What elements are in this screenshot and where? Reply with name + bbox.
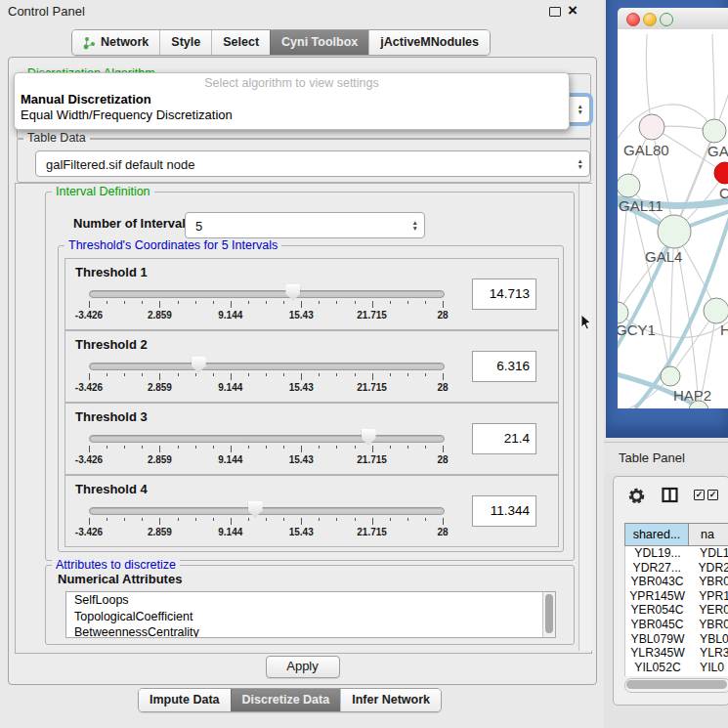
network-node-label: GA bbox=[707, 143, 728, 159]
attribute-item[interactable]: SelfLoops bbox=[66, 592, 555, 609]
network-canvas[interactable]: GAL80GACGAL11GAL4GCY1HHAP2 bbox=[618, 29, 728, 408]
threshold-slider-track[interactable] bbox=[89, 290, 445, 298]
table-row[interactable]: YPR145WYPR1 bbox=[625, 589, 728, 604]
threshold-slider-thumb[interactable] bbox=[362, 429, 376, 446]
dropdown-option-equal-width[interactable]: Equal Width/Frequency Discretization bbox=[15, 107, 569, 123]
tab-network[interactable]: Network bbox=[72, 30, 159, 55]
float-window-icon[interactable] bbox=[549, 7, 561, 17]
network-node-GAL4[interactable] bbox=[658, 215, 691, 248]
slider-tick bbox=[142, 518, 143, 521]
slider-tick-label: 2.859 bbox=[148, 454, 172, 465]
table-data-title: Table Data bbox=[23, 131, 90, 145]
apply-button[interactable]: Apply bbox=[266, 656, 340, 678]
table-hscrollbar-thumb[interactable] bbox=[626, 680, 727, 689]
column-header-shared[interactable]: shared... bbox=[624, 523, 689, 546]
slider-tick bbox=[443, 518, 444, 525]
settings-scrollpane: Interval Definition Number of Intervals … bbox=[15, 183, 592, 654]
slider-tick bbox=[248, 446, 249, 449]
algorithm-dropdown-popup: Select algorithm to view settings Manual… bbox=[14, 72, 570, 130]
dropdown-option-manual[interactable]: Manual Discretization bbox=[15, 92, 569, 107]
thresholds-title: Threshold's Coordinates for 5 Intervals bbox=[64, 238, 281, 252]
attribute-item[interactable]: TopologicalCoefficient bbox=[66, 609, 555, 625]
top-tab-bar: Network Style Select Cyni Toolbox jActiv… bbox=[71, 29, 491, 56]
slider-tick bbox=[319, 518, 320, 521]
threshold-slider-track[interactable] bbox=[89, 507, 445, 515]
table-row[interactable]: YBL079WYBL0 bbox=[625, 632, 728, 647]
settings-scrollbar[interactable] bbox=[578, 184, 592, 651]
slider-tick bbox=[390, 518, 391, 521]
numerical-attributes-list: SelfLoopsTopologicalCoefficientBetweenne… bbox=[65, 591, 556, 638]
table-hscrollbar[interactable] bbox=[624, 678, 728, 693]
attribute-item[interactable]: BetweennessCentrality bbox=[66, 624, 555, 638]
tab-cyni-toolbox[interactable]: Cyni Toolbox bbox=[270, 30, 368, 55]
table-row[interactable]: YLR345WYLR3 bbox=[625, 646, 728, 661]
gear-icon[interactable] bbox=[627, 487, 646, 505]
table-panel-title: Table Panel bbox=[619, 450, 685, 465]
split-columns-icon[interactable] bbox=[662, 487, 678, 503]
threshold-slider-track[interactable] bbox=[89, 363, 445, 370]
network-node-GAL80[interactable] bbox=[639, 114, 664, 140]
table-row[interactable]: YER054CYER0 bbox=[625, 603, 728, 618]
zoom-traffic-light[interactable] bbox=[660, 13, 673, 26]
minimize-traffic-light[interactable] bbox=[643, 13, 657, 26]
slider-tick bbox=[107, 301, 107, 304]
list-scrollbar-thumb[interactable] bbox=[545, 594, 553, 633]
slider-tick bbox=[443, 373, 444, 380]
threshold-value-field[interactable]: 14.713 bbox=[472, 278, 536, 310]
close-icon[interactable]: × bbox=[568, 1, 578, 21]
table-data-combobox[interactable]: galFiltered.sif default node ▲▼ bbox=[35, 150, 590, 177]
slider-tick bbox=[390, 446, 391, 449]
threshold-label: Threshold 4 bbox=[75, 482, 148, 496]
threshold-value-field[interactable]: 6.316 bbox=[472, 351, 536, 382]
tab-infer-network[interactable]: Infer Network bbox=[340, 689, 441, 711]
thresholds-group: Threshold's Coordinates for 5 Intervals … bbox=[58, 245, 564, 552]
network-node-HAP2[interactable] bbox=[661, 366, 680, 386]
slider-tick-label: 15.43 bbox=[289, 382, 314, 393]
tab-jactivemnodules[interactable]: jActiveMNodules bbox=[368, 30, 490, 55]
slider-tick bbox=[107, 446, 107, 449]
threshold-slider-thumb[interactable] bbox=[192, 357, 206, 373]
cell-shared-name: YLR345W bbox=[625, 646, 690, 661]
tab-discretize-data[interactable]: Discretize Data bbox=[231, 689, 341, 711]
table-row[interactable]: YDR27...YDR2 bbox=[625, 561, 728, 576]
threshold-box: Threshold 2 -3.4262.8599.14415.4321.7152… bbox=[64, 330, 559, 403]
checkbox-checked-icon[interactable]: ✓ bbox=[707, 490, 718, 500]
slider-tick bbox=[178, 301, 179, 304]
slider-tick bbox=[355, 446, 356, 449]
network-node-H[interactable] bbox=[704, 298, 728, 323]
network-node-C[interactable] bbox=[714, 162, 728, 184]
table-header-row: shared... na bbox=[624, 523, 728, 546]
close-traffic-light[interactable] bbox=[626, 13, 640, 26]
table-row[interactable]: YIL052CYIL0 bbox=[625, 661, 728, 675]
list-scrollbar[interactable] bbox=[542, 592, 555, 637]
table-row[interactable]: YDL19...YDL1 bbox=[625, 546, 728, 561]
column-header-name[interactable]: na bbox=[689, 523, 728, 546]
threshold-label: Threshold 3 bbox=[75, 409, 148, 424]
checkbox-checked-icon[interactable]: ✓ bbox=[694, 490, 705, 500]
network-node-GA[interactable] bbox=[703, 119, 726, 143]
tab-impute-data[interactable]: Impute Data bbox=[139, 689, 231, 711]
slider-tick bbox=[248, 518, 249, 521]
tab-style[interactable]: Style bbox=[159, 30, 211, 55]
table-row[interactable]: YBR045CYBR0 bbox=[625, 618, 728, 632]
slider-tick-label: 2.859 bbox=[148, 527, 172, 537]
slider-tick bbox=[390, 373, 391, 376]
dropdown-placeholder-item[interactable]: Select algorithm to view settings bbox=[15, 75, 569, 92]
slider-tick-label: 9.144 bbox=[218, 382, 242, 393]
tab-select[interactable]: Select bbox=[211, 30, 270, 55]
network-node-GAL11[interactable] bbox=[618, 174, 640, 197]
attributes-title: Attributes to discretize bbox=[52, 558, 180, 572]
network-node-GCY1[interactable] bbox=[618, 302, 628, 323]
threshold-slider-thumb[interactable] bbox=[248, 501, 263, 518]
threshold-slider-track[interactable] bbox=[89, 435, 445, 443]
slider-tick-label: 9.144 bbox=[218, 527, 242, 537]
slider-tick bbox=[372, 373, 373, 380]
threshold-value-field[interactable]: 11.344 bbox=[472, 495, 536, 527]
slider-tick bbox=[266, 518, 267, 521]
number-of-intervals-combobox[interactable]: 5 ▲▼ bbox=[185, 212, 425, 238]
table-data-group: Table Data galFiltered.sif default node … bbox=[17, 138, 591, 183]
table-row[interactable]: YBR043CYBR0 bbox=[625, 575, 728, 589]
threshold-value-field[interactable]: 21.4 bbox=[472, 423, 536, 454]
threshold-slider-thumb[interactable] bbox=[285, 284, 300, 301]
slider-tick bbox=[178, 373, 179, 376]
